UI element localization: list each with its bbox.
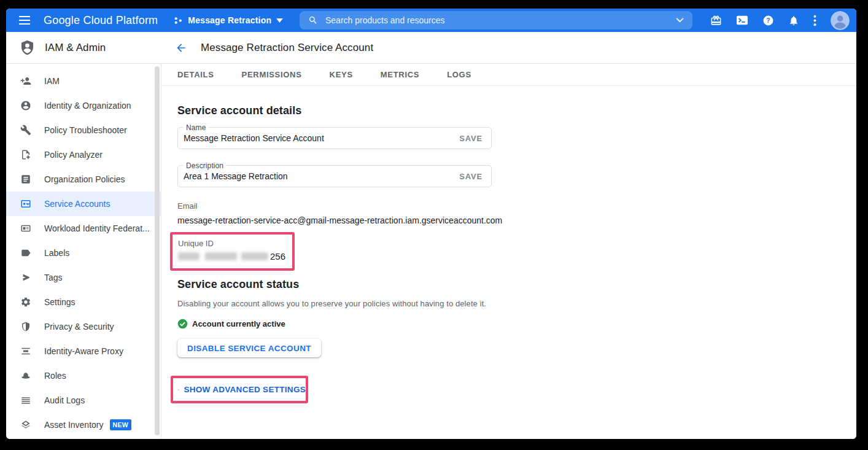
- cloud-shell-icon[interactable]: [736, 15, 748, 26]
- menu-icon[interactable]: [12, 16, 37, 25]
- sidebar-item-label: Policy Analyzer: [44, 150, 103, 160]
- svg-text:?: ?: [766, 17, 770, 24]
- status-heading: Service account status: [177, 278, 832, 291]
- check-circle-icon: [177, 319, 188, 329]
- sidebar-item-identity-aware-proxy[interactable]: Identity-Aware Proxy: [6, 339, 161, 363]
- show-advanced-settings-toggle: SHOW ADVANCED SETTINGS: [184, 385, 306, 394]
- topbar-actions: ?: [710, 9, 850, 32]
- tab-bar: DETAILS PERMISSIONS KEYS METRICS LOGS: [161, 64, 856, 86]
- project-selector[interactable]: Message Retraction: [174, 15, 283, 25]
- hat-icon: [20, 370, 31, 381]
- project-selector-icon: [174, 16, 183, 25]
- sidebar: IAM Identity & Organization Policy Troub…: [6, 64, 161, 439]
- sidebar-item-asset-inventory[interactable]: Asset Inventory NEW: [6, 413, 161, 437]
- search-chevron-down-icon[interactable]: [676, 18, 684, 23]
- more-vertical-icon[interactable]: [813, 15, 816, 26]
- email-label: Email: [177, 201, 832, 211]
- sidebar-item-roles[interactable]: Roles: [6, 363, 161, 388]
- body: IAM Identity & Organization Policy Troub…: [6, 64, 856, 439]
- sidebar-item-label: Tags: [44, 273, 63, 282]
- help-icon[interactable]: ?: [762, 15, 774, 26]
- sidebar-item-identity-organization[interactable]: Identity & Organization: [6, 93, 161, 118]
- unique-id-highlight-annotation: Unique ID 256: [170, 232, 295, 271]
- notifications-icon[interactable]: [788, 15, 799, 26]
- product-header: IAM & Admin: [6, 32, 161, 63]
- back-arrow-icon[interactable]: [175, 42, 187, 54]
- unique-id-value: 256: [178, 251, 292, 262]
- description-field-label: Description: [183, 161, 227, 170]
- sidebar-item-iam[interactable]: IAM: [6, 69, 161, 93]
- tab-keys[interactable]: KEYS: [330, 70, 353, 79]
- main-panel: DETAILS PERMISSIONS KEYS METRICS LOGS Se…: [161, 64, 856, 439]
- description-field: Description SAVE: [177, 165, 492, 187]
- name-save-button[interactable]: SAVE: [459, 134, 491, 143]
- product-title: IAM & Admin: [45, 42, 106, 54]
- description-input[interactable]: [178, 171, 459, 182]
- sidebar-item-labels[interactable]: Labels: [6, 241, 161, 265]
- proxy-icon: [20, 346, 31, 357]
- sidebar-item-label: Workload Identity Federat...: [44, 223, 150, 233]
- doc-gear-icon: [20, 149, 31, 160]
- email-value: message-retraction-service-acc@gmail-mes…: [177, 215, 832, 225]
- layers-icon: [20, 419, 31, 430]
- name-input[interactable]: [178, 133, 459, 144]
- details-heading: Service account details: [177, 104, 832, 117]
- label-icon: [20, 247, 31, 258]
- name-field-label: Name: [183, 123, 209, 132]
- top-app-bar: Google Cloud Platform Message Retraction…: [6, 9, 856, 32]
- gcp-brand-logo[interactable]: Google Cloud Platform: [44, 14, 158, 27]
- sidebar-item-audit-logs[interactable]: Audit Logs: [6, 388, 161, 413]
- sidebar-item-label: Audit Logs: [44, 395, 85, 405]
- sidebar-item-policy-analyzer[interactable]: Policy Analyzer: [6, 142, 161, 167]
- card-icon: [20, 223, 31, 234]
- sidebar-item-privacy-security[interactable]: Privacy & Security: [6, 314, 161, 339]
- sidebar-item-label: Identity-Aware Proxy: [44, 346, 123, 356]
- unique-id-label: Unique ID: [178, 239, 292, 248]
- shield-half-icon: [20, 321, 31, 332]
- service-account-icon: [20, 198, 31, 209]
- sidebar-item-label: Identity & Organization: [44, 101, 131, 111]
- new-badge: NEW: [110, 419, 131, 430]
- description-save-button[interactable]: SAVE: [459, 172, 491, 181]
- search-input[interactable]: [324, 15, 676, 26]
- chevron-down-icon: [177, 387, 179, 393]
- chevron-down-icon: [276, 18, 283, 23]
- detail-header: Message Retraction Service Account: [161, 32, 856, 63]
- gift-icon[interactable]: [710, 15, 722, 26]
- sidebar-item-settings[interactable]: Settings: [6, 290, 161, 314]
- redacted-segment: [241, 252, 268, 260]
- search-icon: [308, 15, 318, 25]
- document-icon: [20, 174, 31, 185]
- tab-permissions[interactable]: PERMISSIONS: [242, 70, 302, 79]
- tab-logs[interactable]: LOGS: [447, 70, 471, 79]
- sidebar-scrollbar[interactable]: [155, 66, 160, 435]
- sidebar-item-organization-policies[interactable]: Organization Policies: [6, 167, 161, 192]
- sidebar-item-label: Settings: [44, 297, 76, 307]
- sidebar-item-label: IAM: [44, 76, 60, 86]
- redacted-segment: [205, 252, 237, 260]
- sidebar-item-workload-identity-federation[interactable]: Workload Identity Federat...: [6, 216, 161, 241]
- advanced-settings-highlight-annotation[interactable]: SHOW ADVANCED SETTINGS: [171, 376, 308, 403]
- content: Service account details Name SAVE Descri…: [161, 86, 856, 403]
- sidebar-item-label: Labels: [44, 248, 69, 258]
- redacted-segment: [178, 252, 200, 260]
- page-title: Message Retraction Service Account: [201, 42, 373, 54]
- sidebar-item-policy-troubleshooter[interactable]: Policy Troubleshooter: [6, 118, 161, 142]
- sidebar-item-tags[interactable]: Tags: [6, 265, 161, 290]
- sidebar-item-label: Asset Inventory: [44, 420, 104, 430]
- sidebar-item-service-accounts[interactable]: Service Accounts: [6, 192, 161, 216]
- status-description: Disabling your account allows you to pre…: [177, 299, 832, 308]
- disable-service-account-button[interactable]: DISABLE SERVICE ACCOUNT: [177, 339, 321, 357]
- project-name: Message Retraction: [188, 15, 271, 25]
- tab-details[interactable]: DETAILS: [177, 70, 214, 79]
- sidebar-item-label: Privacy & Security: [44, 322, 114, 332]
- account-circle-icon: [20, 100, 31, 111]
- sidebar-item-label: Service Accounts: [44, 199, 110, 209]
- gear-icon: [20, 297, 31, 308]
- wrench-icon: [20, 125, 31, 136]
- search-bar[interactable]: [300, 11, 692, 29]
- avatar[interactable]: [831, 11, 850, 30]
- page-header: IAM & Admin Message Retraction Service A…: [6, 32, 856, 64]
- sidebar-item-label: Policy Troubleshooter: [44, 125, 127, 135]
- tab-metrics[interactable]: METRICS: [381, 70, 419, 79]
